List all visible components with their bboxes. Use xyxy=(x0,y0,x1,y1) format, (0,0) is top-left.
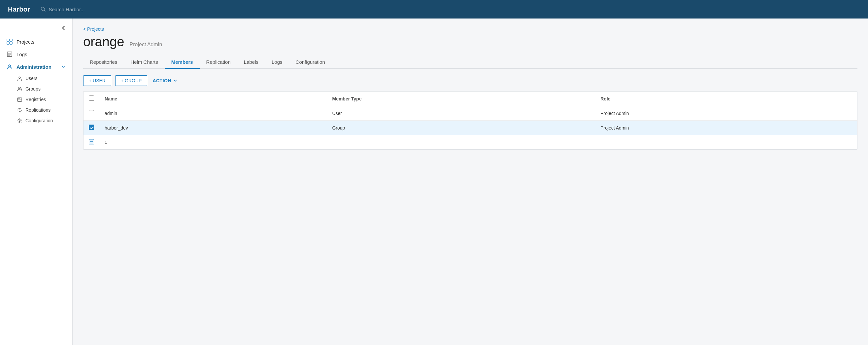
page-title-row: orange Project Admin xyxy=(83,34,858,49)
row-checkbox-admin[interactable] xyxy=(89,110,94,115)
tab-repositories[interactable]: Repositories xyxy=(83,56,124,69)
toolbar: + USER + GROUP ACTION xyxy=(83,75,858,86)
registries-icon xyxy=(17,97,22,102)
sidebar-item-users[interactable]: Users xyxy=(17,73,72,84)
main-content: < Projects orange Project Admin Reposito… xyxy=(72,19,868,345)
users-icon xyxy=(17,76,22,81)
replications-icon xyxy=(17,108,22,113)
sidebar-item-logs[interactable]: Logs xyxy=(0,48,72,60)
sidebar-item-registries[interactable]: Registries xyxy=(17,94,72,105)
sidebar-groups-label: Groups xyxy=(25,86,40,91)
tab-replication[interactable]: Replication xyxy=(200,56,237,69)
breadcrumb[interactable]: < Projects xyxy=(83,26,858,32)
sidebar-logs-label: Logs xyxy=(17,52,66,57)
logs-icon xyxy=(7,51,12,57)
table-row: admin User Project Admin xyxy=(84,106,857,121)
svg-rect-2 xyxy=(7,39,9,41)
svg-point-18 xyxy=(19,120,21,121)
projects-icon xyxy=(7,39,12,45)
add-user-button[interactable]: + USER xyxy=(83,75,111,86)
topnav: Harbor Search Harbor... xyxy=(0,0,868,19)
svg-rect-4 xyxy=(7,42,9,44)
groups-icon xyxy=(17,87,22,91)
add-group-button[interactable]: + GROUP xyxy=(115,75,147,86)
svg-point-17 xyxy=(19,98,20,99)
svg-point-13 xyxy=(20,88,21,89)
tab-logs[interactable]: Logs xyxy=(265,56,289,69)
svg-rect-5 xyxy=(10,42,12,44)
selected-count: 1 xyxy=(99,135,327,150)
member-type-admin: User xyxy=(327,106,595,121)
selected-count-row: 1 xyxy=(84,135,857,150)
table-row: harbor_dev Group Project Admin xyxy=(84,121,857,135)
member-role-harbor-dev: Project Admin xyxy=(595,121,857,135)
sidebar-administration-label: Administration xyxy=(17,64,57,70)
sidebar-item-configuration[interactable]: Configuration xyxy=(17,115,72,126)
page-title: orange xyxy=(83,34,124,49)
tab-configuration[interactable]: Configuration xyxy=(289,56,332,69)
member-type-harbor-dev: Group xyxy=(327,121,595,135)
sidebar-collapse-row xyxy=(0,21,72,35)
sidebar-registries-label: Registries xyxy=(25,97,46,102)
svg-rect-3 xyxy=(10,39,12,41)
sidebar-item-administration[interactable]: Administration xyxy=(0,60,72,73)
svg-point-12 xyxy=(18,88,20,89)
svg-line-1 xyxy=(44,10,45,11)
action-label: ACTION xyxy=(153,78,171,83)
sidebar-item-replications[interactable]: Replications xyxy=(17,105,72,115)
svg-point-10 xyxy=(8,65,10,67)
member-name-admin: admin xyxy=(99,106,327,121)
tab-members[interactable]: Members xyxy=(165,56,200,69)
sidebar-item-projects[interactable]: Projects xyxy=(0,35,72,48)
chevron-down-icon xyxy=(173,79,177,83)
select-all-checkbox[interactable] xyxy=(89,95,94,101)
svg-point-16 xyxy=(18,98,19,99)
partial-checkbox xyxy=(89,139,94,144)
sidebar-projects-label: Projects xyxy=(17,39,66,45)
tab-helm-charts[interactable]: Helm Charts xyxy=(124,56,164,69)
tabs: Repositories Helm Charts Members Replica… xyxy=(83,56,858,69)
search-icon xyxy=(40,7,46,12)
member-role-admin: Project Admin xyxy=(595,106,857,121)
col-name: Name xyxy=(99,91,327,106)
action-button[interactable]: ACTION xyxy=(151,76,179,86)
main-layout: Projects Logs Administration xyxy=(0,19,868,345)
search-bar[interactable]: Search Harbor... xyxy=(40,7,85,12)
search-placeholder: Search Harbor... xyxy=(49,7,85,12)
admin-icon xyxy=(7,64,12,70)
sidebar-replications-label: Replications xyxy=(25,107,51,113)
tab-labels[interactable]: Labels xyxy=(237,56,265,69)
row-checkbox-harbor-dev[interactable] xyxy=(89,124,94,130)
members-table: Name Member Type Role admin User Project… xyxy=(84,91,857,149)
page-subtitle: Project Admin xyxy=(130,41,162,48)
sidebar-item-groups[interactable]: Groups xyxy=(17,84,72,94)
harbor-logo: Harbor xyxy=(8,6,30,13)
col-role: Role xyxy=(595,91,857,106)
configuration-icon xyxy=(17,118,22,123)
sidebar: Projects Logs Administration xyxy=(0,19,72,345)
svg-point-11 xyxy=(19,77,21,78)
sidebar-admin-sub: Users Groups Registries xyxy=(0,73,72,126)
members-table-container: Name Member Type Role admin User Project… xyxy=(83,91,858,150)
sidebar-users-label: Users xyxy=(25,76,38,81)
member-name-harbor-dev: harbor_dev xyxy=(99,121,327,135)
sidebar-configuration-label: Configuration xyxy=(25,118,53,123)
sidebar-collapse-button[interactable] xyxy=(59,24,67,33)
chevron-down-icon xyxy=(61,64,66,69)
col-member-type: Member Type xyxy=(327,91,595,106)
